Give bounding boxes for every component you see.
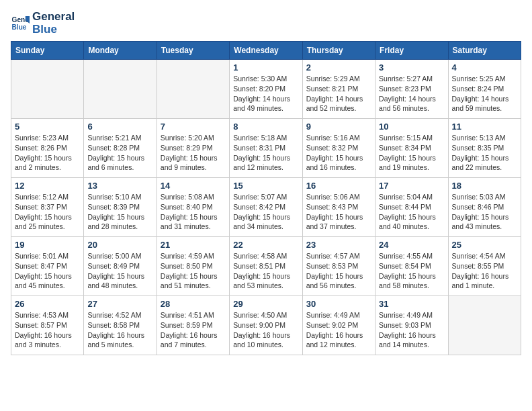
day-info: Sunrise: 4:50 AM Sunset: 9:00 PM Dayligh…	[233, 310, 298, 350]
day-number: 20	[87, 240, 152, 250]
calendar-empty-cell	[448, 296, 521, 355]
day-number: 4	[452, 62, 517, 73]
day-info: Sunrise: 5:16 AM Sunset: 8:32 PM Dayligh…	[306, 133, 371, 173]
calendar-day-cell: 30Sunrise: 4:49 AM Sunset: 9:02 PM Dayli…	[302, 296, 375, 355]
day-number: 9	[306, 122, 371, 132]
day-number: 17	[379, 181, 444, 191]
calendar-day-cell: 7Sunrise: 5:20 AM Sunset: 8:29 PM Daylig…	[157, 119, 229, 178]
calendar-day-cell: 26Sunrise: 4:53 AM Sunset: 8:57 PM Dayli…	[11, 296, 84, 355]
day-info: Sunrise: 4:53 AM Sunset: 8:57 PM Dayligh…	[15, 310, 80, 350]
header: General Blue General Blue	[11, 11, 521, 36]
calendar-empty-cell	[84, 60, 157, 119]
day-number: 18	[452, 181, 517, 191]
day-number: 21	[161, 240, 226, 250]
day-info: Sunrise: 4:59 AM Sunset: 8:50 PM Dayligh…	[161, 251, 226, 291]
day-info: Sunrise: 5:08 AM Sunset: 8:40 PM Dayligh…	[161, 192, 226, 232]
calendar-day-cell: 27Sunrise: 4:52 AM Sunset: 8:58 PM Dayli…	[84, 296, 157, 355]
day-info: Sunrise: 5:18 AM Sunset: 8:31 PM Dayligh…	[233, 133, 298, 173]
day-number: 12	[15, 181, 80, 191]
calendar-day-cell: 18Sunrise: 5:03 AM Sunset: 8:46 PM Dayli…	[448, 178, 521, 237]
day-info: Sunrise: 4:57 AM Sunset: 8:53 PM Dayligh…	[306, 251, 371, 291]
calendar-week-row: 26Sunrise: 4:53 AM Sunset: 8:57 PM Dayli…	[11, 296, 521, 355]
day-info: Sunrise: 4:49 AM Sunset: 9:02 PM Dayligh…	[306, 310, 371, 350]
weekday-header-sunday: Sunday	[11, 42, 84, 60]
day-number: 22	[233, 240, 298, 250]
day-info: Sunrise: 5:00 AM Sunset: 8:49 PM Dayligh…	[87, 251, 152, 291]
weekday-header-friday: Friday	[375, 42, 448, 60]
calendar-day-cell: 2Sunrise: 5:29 AM Sunset: 8:21 PM Daylig…	[302, 60, 375, 119]
calendar-day-cell: 13Sunrise: 5:10 AM Sunset: 8:39 PM Dayli…	[84, 178, 157, 237]
calendar-day-cell: 22Sunrise: 4:58 AM Sunset: 8:51 PM Dayli…	[230, 237, 302, 296]
calendar-day-cell: 1Sunrise: 5:30 AM Sunset: 8:20 PM Daylig…	[230, 60, 302, 119]
day-number: 16	[306, 181, 371, 191]
day-info: Sunrise: 5:10 AM Sunset: 8:39 PM Dayligh…	[87, 192, 152, 232]
day-info: Sunrise: 5:07 AM Sunset: 8:42 PM Dayligh…	[233, 192, 298, 232]
day-number: 1	[233, 62, 298, 73]
day-info: Sunrise: 4:54 AM Sunset: 8:55 PM Dayligh…	[452, 251, 517, 291]
day-info: Sunrise: 5:04 AM Sunset: 8:44 PM Dayligh…	[379, 192, 444, 232]
day-number: 15	[233, 181, 298, 191]
day-info: Sunrise: 4:51 AM Sunset: 8:59 PM Dayligh…	[161, 310, 226, 350]
day-number: 10	[379, 122, 444, 132]
day-number: 27	[87, 299, 152, 309]
calendar-day-cell: 8Sunrise: 5:18 AM Sunset: 8:31 PM Daylig…	[230, 119, 302, 178]
calendar-day-cell: 11Sunrise: 5:13 AM Sunset: 8:35 PM Dayli…	[448, 119, 521, 178]
calendar-day-cell: 24Sunrise: 4:55 AM Sunset: 8:54 PM Dayli…	[375, 237, 448, 296]
calendar-day-cell: 25Sunrise: 4:54 AM Sunset: 8:55 PM Dayli…	[448, 237, 521, 296]
calendar-header-row: SundayMondayTuesdayWednesdayThursdayFrid…	[11, 42, 521, 60]
day-number: 8	[233, 122, 298, 132]
calendar-empty-cell	[157, 60, 229, 119]
day-info: Sunrise: 4:55 AM Sunset: 8:54 PM Dayligh…	[379, 251, 444, 291]
svg-text:Blue: Blue	[12, 24, 27, 31]
calendar-day-cell: 12Sunrise: 5:12 AM Sunset: 8:37 PM Dayli…	[11, 178, 84, 237]
day-info: Sunrise: 5:12 AM Sunset: 8:37 PM Dayligh…	[15, 192, 80, 232]
calendar-day-cell: 20Sunrise: 5:00 AM Sunset: 8:49 PM Dayli…	[84, 237, 157, 296]
calendar-day-cell: 29Sunrise: 4:50 AM Sunset: 9:00 PM Dayli…	[230, 296, 302, 355]
day-info: Sunrise: 5:20 AM Sunset: 8:29 PM Dayligh…	[161, 133, 226, 173]
day-number: 30	[306, 299, 371, 309]
day-info: Sunrise: 5:15 AM Sunset: 8:34 PM Dayligh…	[379, 133, 444, 173]
calendar-week-row: 19Sunrise: 5:01 AM Sunset: 8:47 PM Dayli…	[11, 237, 521, 296]
calendar-week-row: 1Sunrise: 5:30 AM Sunset: 8:20 PM Daylig…	[11, 60, 521, 119]
weekday-header-thursday: Thursday	[302, 42, 375, 60]
day-number: 14	[161, 181, 226, 191]
day-info: Sunrise: 4:52 AM Sunset: 8:58 PM Dayligh…	[87, 310, 152, 350]
day-info: Sunrise: 5:23 AM Sunset: 8:26 PM Dayligh…	[15, 133, 80, 173]
logo-general: General	[32, 11, 75, 24]
calendar-day-cell: 15Sunrise: 5:07 AM Sunset: 8:42 PM Dayli…	[230, 178, 302, 237]
day-info: Sunrise: 5:21 AM Sunset: 8:28 PM Dayligh…	[87, 133, 152, 173]
day-info: Sunrise: 5:30 AM Sunset: 8:20 PM Dayligh…	[233, 74, 298, 113]
calendar-day-cell: 14Sunrise: 5:08 AM Sunset: 8:40 PM Dayli…	[157, 178, 229, 237]
day-info: Sunrise: 5:03 AM Sunset: 8:46 PM Dayligh…	[452, 192, 517, 232]
day-number: 3	[379, 62, 444, 73]
calendar-day-cell: 19Sunrise: 5:01 AM Sunset: 8:47 PM Dayli…	[11, 237, 84, 296]
day-number: 26	[15, 299, 80, 309]
calendar-table: SundayMondayTuesdayWednesdayThursdayFrid…	[11, 41, 521, 355]
day-info: Sunrise: 5:25 AM Sunset: 8:24 PM Dayligh…	[452, 74, 517, 113]
weekday-header-wednesday: Wednesday	[230, 42, 302, 60]
calendar-empty-cell	[11, 60, 84, 119]
day-number: 6	[87, 122, 152, 132]
day-number: 28	[161, 299, 226, 309]
day-number: 2	[306, 62, 371, 73]
day-number: 31	[379, 299, 444, 309]
day-info: Sunrise: 4:58 AM Sunset: 8:51 PM Dayligh…	[233, 251, 298, 291]
calendar-week-row: 5Sunrise: 5:23 AM Sunset: 8:26 PM Daylig…	[11, 119, 521, 178]
day-number: 24	[379, 240, 444, 250]
calendar-day-cell: 23Sunrise: 4:57 AM Sunset: 8:53 PM Dayli…	[302, 237, 375, 296]
logo: General Blue General Blue	[11, 11, 75, 36]
calendar-day-cell: 28Sunrise: 4:51 AM Sunset: 8:59 PM Dayli…	[157, 296, 229, 355]
calendar-day-cell: 4Sunrise: 5:25 AM Sunset: 8:24 PM Daylig…	[448, 60, 521, 119]
logo-blue: Blue	[32, 24, 75, 36]
calendar-day-cell: 9Sunrise: 5:16 AM Sunset: 8:32 PM Daylig…	[302, 119, 375, 178]
day-info: Sunrise: 5:13 AM Sunset: 8:35 PM Dayligh…	[452, 133, 517, 173]
calendar-day-cell: 31Sunrise: 4:49 AM Sunset: 9:03 PM Dayli…	[375, 296, 448, 355]
day-number: 29	[233, 299, 298, 309]
calendar-day-cell: 6Sunrise: 5:21 AM Sunset: 8:28 PM Daylig…	[84, 119, 157, 178]
day-number: 7	[161, 122, 226, 132]
day-number: 5	[15, 122, 80, 132]
day-info: Sunrise: 5:06 AM Sunset: 8:43 PM Dayligh…	[306, 192, 371, 232]
day-info: Sunrise: 5:29 AM Sunset: 8:21 PM Dayligh…	[306, 74, 371, 113]
calendar-day-cell: 3Sunrise: 5:27 AM Sunset: 8:23 PM Daylig…	[375, 60, 448, 119]
day-number: 13	[87, 181, 152, 191]
